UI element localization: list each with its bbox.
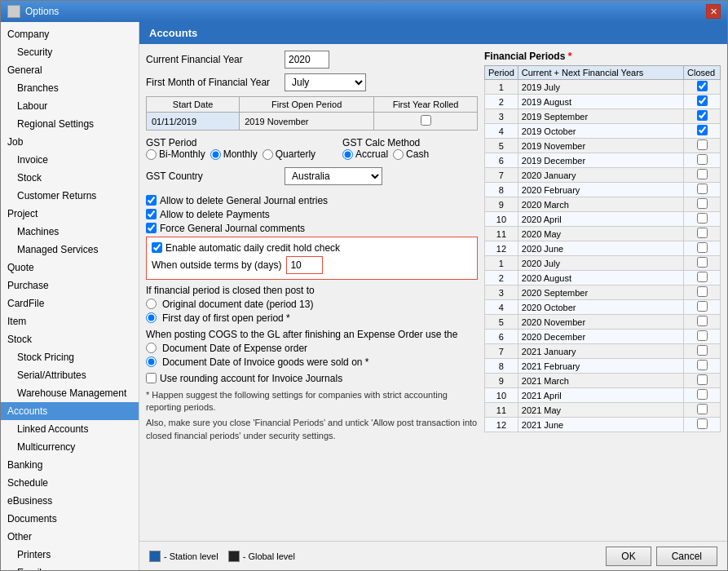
sidebar-item-labour[interactable]: Labour [1,97,139,115]
sidebar-item-managed-services[interactable]: Managed Services [1,241,139,259]
gst-monthly[interactable]: Monthly [210,148,258,160]
doc-date-invoice-label[interactable]: Document Date of Invoice goods were sold… [146,356,478,368]
fp-row: 12020 July [485,256,721,271]
doc-date-expense-label[interactable]: Document Date of Expense order [146,343,478,354]
fp-closed-checkbox[interactable] [697,316,708,326]
doc-date-invoice-radio[interactable] [146,356,157,367]
fp-title: Financial Periods * [484,51,721,62]
sidebar-item-ebusiness[interactable]: eBusiness [1,492,139,510]
fp-closed-checkbox[interactable] [697,81,708,91]
sidebar-item-job[interactable]: Job [1,133,139,151]
sidebar-item-regional-settings[interactable]: Regional Settings [1,115,139,133]
delete-payments-checkbox-label[interactable]: Allow to delete Payments [146,209,478,220]
sidebar-item-warehouse-management[interactable]: Warehouse Management [1,384,139,402]
fp-closed-checkbox[interactable] [697,418,708,429]
credit-hold-checkbox[interactable] [152,242,162,253]
gst-country-select[interactable]: Australia New Zealand [285,167,382,185]
sidebar-item-email[interactable]: Email [1,564,139,570]
close-button[interactable]: ✕ [706,4,721,19]
sidebar-item-quote[interactable]: Quote [1,259,139,277]
first-year-rolled-checkbox[interactable] [421,115,431,126]
fp-closed-checkbox[interactable] [697,345,708,356]
fp-closed-checkbox[interactable] [697,330,708,341]
fp-closed-checkbox[interactable] [697,272,708,282]
sidebar-item-linked-accounts[interactable]: Linked Accounts [1,420,139,438]
sidebar-item-project[interactable]: Project [1,205,139,223]
doc-date-expense-radio[interactable] [146,343,157,353]
ok-button[interactable]: OK [606,547,651,566]
force-gj-checkbox-label[interactable]: Force General Journal comments [146,223,478,234]
gst-monthly-radio[interactable] [210,149,221,160]
sidebar-item-serial-attributes[interactable]: Serial/Attributes [1,366,139,384]
force-gj-checkbox[interactable] [146,223,157,233]
fp-closed-checkbox[interactable] [697,125,708,135]
fp-closed-checkbox[interactable] [697,286,708,297]
sidebar-item-general[interactable]: General [1,61,139,79]
fp-closed-checkbox[interactable] [697,301,708,312]
sidebar-item-stock-top[interactable]: Stock [1,330,139,348]
sidebar-item-multicurrency[interactable]: Multicurrency [1,438,139,456]
sidebar-item-item[interactable]: Item [1,312,139,330]
outside-terms-input[interactable] [286,256,323,274]
rounding-label[interactable]: Use rounding account for Invoice Journal… [146,373,478,384]
gst-quarterly-radio[interactable] [263,149,273,160]
sidebar-item-cardfile[interactable]: CardFile [1,294,139,312]
note-line2: Also, make sure you close 'Financial Per… [146,417,478,442]
financial-year-input[interactable] [285,51,329,69]
delete-gj-checkbox[interactable] [146,195,157,206]
sidebar-item-branches[interactable]: Branches [1,79,139,97]
sidebar-item-machines[interactable]: Machines [1,223,139,241]
sidebar-item-stock-pricing[interactable]: Stock Pricing [1,348,139,366]
sidebar-item-stock[interactable]: Stock [1,169,139,187]
fp-row: 62019 December [485,153,721,168]
gst-bi-monthly[interactable]: Bi-Monthly [146,148,205,160]
fp-closed-checkbox[interactable] [697,184,708,194]
force-gj-text: Force General Journal comments [160,223,305,234]
fp-closed-checkbox[interactable] [697,404,708,414]
gst-quarterly[interactable]: Quarterly [263,148,315,160]
gst-bi-monthly-radio[interactable] [146,149,157,160]
fp-closed-checkbox[interactable] [697,95,708,106]
sidebar-item-invoice[interactable]: Invoice [1,151,139,169]
sidebar-item-documents[interactable]: Documents [1,510,139,528]
fp-closed-checkbox[interactable] [697,110,708,121]
fp-closed-checkbox[interactable] [697,228,708,238]
sidebar-item-customer-returns[interactable]: Customer Returns [1,187,139,205]
delete-gj-checkbox-label[interactable]: Allow to delete General Journal entries [146,195,478,206]
fp-row: 52019 November [485,139,721,153]
fp-year-cell: 2020 April [518,212,683,227]
sidebar-item-printers[interactable]: Printers [1,546,139,564]
fp-closed-checkbox[interactable] [697,242,708,253]
sidebar-item-purchase[interactable]: Purchase [1,277,139,294]
fp-row: 92020 March [485,197,721,212]
gst-cash-radio[interactable] [393,149,404,160]
sidebar-item-security[interactable]: Security [1,43,139,61]
fp-closed-checkbox[interactable] [697,154,708,165]
fp-closed-checkbox[interactable] [697,213,708,224]
sidebar-item-banking[interactable]: Banking [1,456,139,474]
sidebar-item-company[interactable]: Company [1,25,139,43]
first-month-label: First Month of Financial Year [146,77,285,88]
fp-closed-checkbox[interactable] [697,169,708,179]
credit-hold-label[interactable]: Enable automatic daily credit hold check [152,242,472,254]
fp-closed-checkbox[interactable] [697,257,708,268]
sidebar-item-other[interactable]: Other [1,528,139,546]
gst-accrual[interactable]: Accrual [342,148,388,160]
fp-closed-checkbox[interactable] [697,389,708,400]
first-open-label[interactable]: First day of first open period * [146,312,478,324]
first-open-radio[interactable] [146,312,157,323]
sidebar-item-accounts[interactable]: Accounts [1,402,139,420]
fp-closed-checkbox[interactable] [697,360,708,370]
fp-closed-checkbox[interactable] [697,198,708,209]
gst-accrual-radio[interactable] [342,149,353,160]
gst-cash[interactable]: Cash [393,148,429,160]
cancel-button[interactable]: Cancel [656,547,717,566]
first-month-select[interactable]: July [285,73,366,91]
fp-closed-checkbox[interactable] [697,374,708,385]
delete-payments-checkbox[interactable] [146,209,157,219]
original-doc-radio[interactable] [146,299,157,309]
sidebar-item-schedule[interactable]: Schedule [1,474,139,492]
fp-closed-checkbox[interactable] [697,139,708,150]
original-doc-label[interactable]: Original document date (period 13) [146,299,478,310]
rounding-checkbox[interactable] [146,373,157,383]
